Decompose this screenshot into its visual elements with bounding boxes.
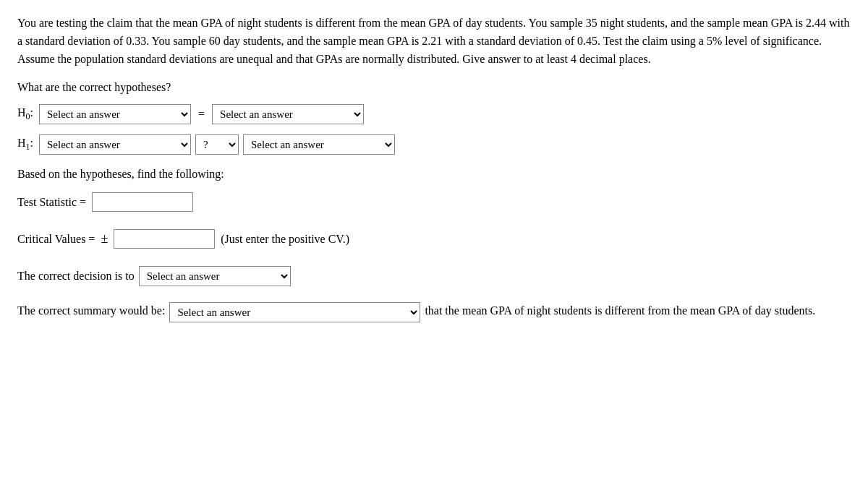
pm-sign: ± <box>101 231 108 247</box>
hypotheses-question: What are the correct hypotheses? <box>17 81 851 94</box>
decision-row: The correct decision is to Select an ans… <box>17 266 851 286</box>
test-statistic-label: Test Statistic = <box>17 196 86 209</box>
find-section-label: Based on the hypotheses, find the follow… <box>17 168 851 181</box>
summary-row: The correct summary would be: Select an … <box>17 302 851 322</box>
critical-values-row: Critical Values = ± (Just enter the posi… <box>17 229 851 249</box>
summary-suffix: that the mean GPA of night students is d… <box>425 302 815 320</box>
h1-row: H1: Select an answer μ₁ μ₂ μ₁ - μ₂ 0 ? <… <box>17 134 851 155</box>
h1-operator-select[interactable]: ? < > ≠ = <box>195 134 239 155</box>
decision-prefix: The correct decision is to <box>17 270 135 283</box>
h0-left-select[interactable]: Select an answer μ₁ μ₂ μ₁ - μ₂ 0 <box>39 104 191 124</box>
h1-left-select[interactable]: Select an answer μ₁ μ₂ μ₁ - μ₂ 0 <box>39 134 191 155</box>
cv-note: (Just enter the positive CV.) <box>221 233 349 246</box>
h0-label: H0: <box>17 106 33 122</box>
h1-right-select[interactable]: Select an answer μ₁ μ₂ μ₁ - μ₂ 0 <box>243 134 395 155</box>
critical-values-label: Critical Values = <box>17 233 95 246</box>
h1-label: H1: <box>17 137 33 153</box>
decision-select[interactable]: Select an answer Reject H₀ Fail to Rejec… <box>139 266 291 286</box>
test-statistic-row: Test Statistic = <box>17 192 851 212</box>
summary-prefix: The correct summary would be: <box>17 302 165 320</box>
test-statistic-input[interactable] <box>92 192 193 212</box>
critical-value-input[interactable] <box>114 229 215 249</box>
h0-right-select[interactable]: Select an answer μ₁ μ₂ μ₁ - μ₂ 0 <box>212 104 364 124</box>
h0-row: H0: Select an answer μ₁ μ₂ μ₁ - μ₂ 0 = S… <box>17 104 851 124</box>
problem-text: You are testing the claim that the mean … <box>17 14 851 68</box>
summary-select[interactable]: Select an answer There is sufficient evi… <box>169 302 420 322</box>
h0-equals: = <box>198 108 205 121</box>
